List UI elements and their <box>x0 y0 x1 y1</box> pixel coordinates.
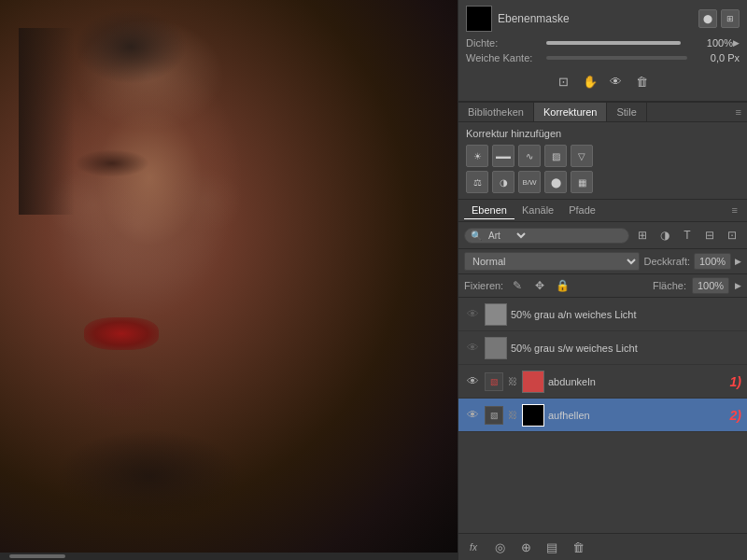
layer-adjust-icon: ▧ <box>485 372 503 391</box>
mask-pixel-btn[interactable]: ⬤ <box>698 9 717 28</box>
mask-title: Ebenenmaske <box>498 12 698 25</box>
layer-badge: 2) <box>730 408 741 423</box>
photo-canvas <box>0 0 458 560</box>
korr-photo-filter[interactable]: ⬤ <box>544 171 567 193</box>
blend-mode-select[interactable]: Normal Multiplizieren Weiches Licht <box>464 252 640 271</box>
korr-brightness[interactable]: ☀ <box>466 145 488 167</box>
layers-list: 👁 50% grau a/n weiches Licht 👁 50% grau … <box>458 298 747 533</box>
korr-levels[interactable]: ▬▬ <box>492 145 514 167</box>
weiche-kante-label: Weiche Kante: <box>466 52 541 63</box>
mask-section: Ebenenmaske ⬤ ⊞ Dichte: 100% ▶ Weiche Ka… <box>458 0 747 102</box>
layer-badge: 1) <box>730 374 741 389</box>
layer-item[interactable]: 👁 ▧ ⛓ abdunkeln 1) <box>458 365 747 399</box>
fix-icon-3[interactable]: 🔒 <box>554 277 571 294</box>
opacity-input[interactable] <box>694 253 731 270</box>
layer-name: abdunkeln <box>548 376 726 387</box>
tab-pfade[interactable]: Pfade <box>561 202 603 219</box>
layer-name: 50% grau a/n weiches Licht <box>511 309 741 320</box>
layer-filter-select[interactable]: Art Name Effekt <box>485 230 529 242</box>
top-tabs: Bibliotheken Korrekturen Stile ≡ <box>458 102 747 122</box>
korr-hsl[interactable]: ⚖ <box>466 171 488 193</box>
add-group-button[interactable]: ⊕ <box>516 538 535 556</box>
layer-thumbnail <box>485 303 507 326</box>
layer-eye-toggle[interactable]: 👁 <box>464 373 481 390</box>
layer-name: aufhellen <box>548 410 726 421</box>
layer-item[interactable]: 👁 50% grau s/w weiches Licht <box>458 331 747 365</box>
delete-layer-button[interactable]: 🗑 <box>569 538 587 556</box>
layer-eye-toggle[interactable]: 👁 <box>464 306 481 323</box>
opacity-arrow[interactable]: ▶ <box>735 257 741 266</box>
fix-row: Fixieren: ✎ ✥ 🔒 Fläche: ▶ <box>458 274 747 298</box>
korr-gradient[interactable]: ▦ <box>571 171 593 193</box>
mask-thumbnail <box>466 6 492 32</box>
dichte-slider[interactable] <box>546 41 681 45</box>
right-panel: Ebenenmaske ⬤ ⊞ Dichte: 100% ▶ Weiche Ka… <box>458 0 747 560</box>
layer-item[interactable]: 👁 ▧ ⛓ aufhellen 2) <box>458 399 747 432</box>
korr-icons-row2: ⚖ ◑ B/W ⬤ ▦ <box>466 171 740 193</box>
mask-action-eye[interactable]: 👁 <box>606 71 627 91</box>
opacity-label: Deckkraft: <box>643 256 690 267</box>
fixieren-label: Fixieren: <box>464 280 503 291</box>
tab-ebenen[interactable]: Ebenen <box>464 202 514 219</box>
ebenen-tabs: Ebenen Kanäle Pfade ≡ <box>458 200 747 222</box>
tabs-close-btn[interactable]: ≡ <box>730 103 747 121</box>
fx-button[interactable]: fx <box>464 538 483 556</box>
korr-vibrance[interactable]: ▽ <box>571 145 593 167</box>
layer-toolbar: 🔍 Art Name Effekt ⊞ ◑ T ⊟ ⊡ <box>458 222 747 249</box>
dichte-value: 100% <box>686 37 733 49</box>
mask-action-refine[interactable]: ✋ <box>580 71 600 91</box>
layer-name: 50% grau s/w weiches Licht <box>511 343 741 354</box>
flache-input[interactable] <box>692 277 729 294</box>
korr-bw[interactable]: B/W <box>518 171 541 193</box>
korrekturen-title: Korrektur hinzufügen <box>466 128 740 139</box>
mask-settings-btn[interactable]: ⊞ <box>721 9 740 28</box>
layer-eye-toggle[interactable]: 👁 <box>464 340 481 357</box>
korrekturen-section: Korrektur hinzufügen ☀ ▬▬ ∿ ▨ ▽ ⚖ ◑ B/W … <box>458 122 747 200</box>
fix-icon-1[interactable]: ✎ <box>509 277 526 294</box>
weiche-kante-value: 0,0 Px <box>693 52 740 63</box>
tab-kanale[interactable]: Kanäle <box>514 202 561 219</box>
layer-adjust-icon: ▧ <box>485 406 503 425</box>
flache-label: Fläche: <box>653 280 686 291</box>
korr-curves[interactable]: ∿ <box>518 145 541 167</box>
flache-arrow[interactable]: ▶ <box>735 281 741 290</box>
layers-bottom-toolbar: fx ◎ ⊕ ▤ 🗑 <box>458 533 747 560</box>
korr-colorbalance[interactable]: ◑ <box>492 171 514 193</box>
layer-mask-thumb <box>522 371 544 393</box>
ebenen-tabs-close[interactable]: ≡ <box>728 202 741 219</box>
add-layer-button[interactable]: ▤ <box>543 538 561 556</box>
layer-search-box[interactable]: 🔍 Art Name Effekt <box>464 228 629 244</box>
layer-thumbnail <box>522 404 544 427</box>
layer-tool-5[interactable]: ⊡ <box>723 226 741 245</box>
fix-icon-2[interactable]: ✥ <box>531 277 548 294</box>
tab-stile[interactable]: Stile <box>607 103 646 121</box>
layer-tool-3[interactable]: T <box>678 226 697 245</box>
korr-exposure[interactable]: ▨ <box>544 145 567 167</box>
weiche-kante-slider[interactable] <box>546 56 687 60</box>
tab-korrekturen[interactable]: Korrekturen <box>534 103 607 121</box>
chain-icon: ⛓ <box>507 410 518 420</box>
layer-tool-2[interactable]: ◑ <box>655 226 674 245</box>
dichte-label: Dichte: <box>466 37 541 49</box>
search-icon: 🔍 <box>471 231 482 241</box>
add-adjustment-button[interactable]: ◎ <box>490 538 509 556</box>
layer-item[interactable]: 👁 50% grau a/n weiches Licht <box>458 298 747 331</box>
layer-tool-4[interactable]: ⊟ <box>700 226 719 245</box>
blend-mode-row: Normal Multiplizieren Weiches Licht Deck… <box>458 249 747 274</box>
mask-action-delete[interactable]: 🗑 <box>632 71 653 91</box>
layer-thumbnail <box>485 337 507 359</box>
korr-icons-row1: ☀ ▬▬ ∿ ▨ ▽ <box>466 145 740 167</box>
layer-tool-1[interactable]: ⊞ <box>633 226 652 245</box>
mask-action-select[interactable]: ⊡ <box>554 71 574 91</box>
dichte-arrow[interactable]: ▶ <box>733 38 740 48</box>
chain-icon: ⛓ <box>507 376 518 386</box>
layer-eye-toggle[interactable]: 👁 <box>464 407 481 424</box>
tab-bibliotheken[interactable]: Bibliotheken <box>458 103 534 121</box>
